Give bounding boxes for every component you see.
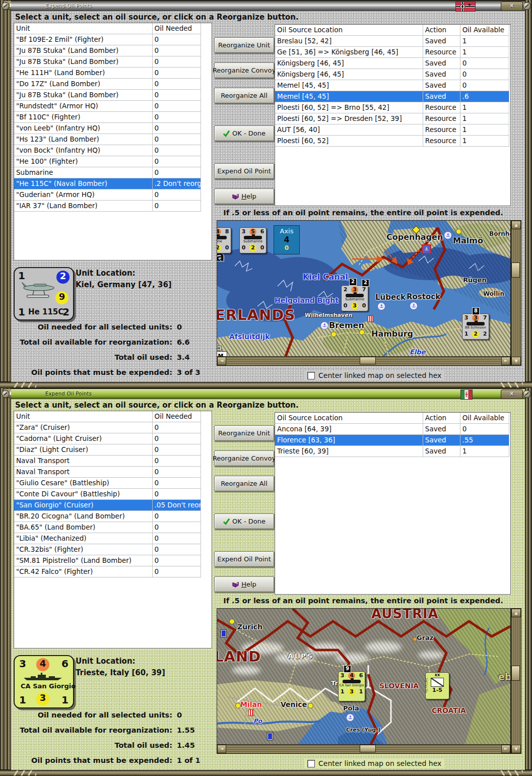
oil-available-cell[interactable]: 0	[460, 80, 509, 91]
unit-table-row[interactable]: "BA.65" (Land Bomber) 0	[14, 522, 201, 533]
titlebar[interactable]: Expend Oil Points ✕	[11, 389, 525, 399]
unit-table-row[interactable]: "Rundstedt" (Armor HQ) 0	[14, 101, 201, 112]
cruiser-counter-san-giorgio[interactable]: 9 346 CA San Giorgio 131	[338, 671, 365, 701]
checkbox[interactable]	[307, 372, 315, 379]
action-cell[interactable]: Saved	[423, 446, 460, 457]
unit-name-cell[interactable]: "He 100" (Fighter)	[14, 156, 153, 167]
oil-needed-cell[interactable]: 0	[153, 134, 202, 145]
oil-table-row[interactable]: Königsberg [46, 45] Saved 0	[275, 58, 509, 69]
ok-done-button[interactable]: OK - Done	[214, 513, 274, 529]
oil-needed-cell[interactable]: 0	[153, 56, 202, 67]
unit-name-cell[interactable]: "Cadorna" (Light Cruiser)	[14, 433, 153, 444]
oil-needed-cell[interactable]: 0	[153, 201, 202, 211]
unit-table-row[interactable]: "Conte Di Cavour" (Battleship) 0	[14, 489, 201, 500]
oil-needed-cell[interactable]: 0	[153, 467, 202, 477]
unit-table-row[interactable]: "Giulio Cesare" (Battleship) 0	[14, 478, 201, 489]
oil-needed-cell[interactable]: 0	[153, 34, 202, 45]
oil-table-row[interactable]: Trieste [60, 39] Saved 1	[275, 446, 509, 457]
action-cell[interactable]: Resource	[423, 102, 460, 113]
unit-name-cell[interactable]: "von Bock" (Infantry HQ)	[14, 145, 153, 156]
oil-needed-cell[interactable]: 0	[153, 422, 202, 433]
unit-name-cell[interactable]: "BR.20 Cicogna" (Land Bomber)	[14, 511, 153, 522]
scroll-track[interactable]	[226, 745, 501, 753]
oil-table-row[interactable]: Florence [63, 36] Saved .55	[275, 435, 509, 446]
oil-table-row[interactable]: AUT [56, 40] Resource 1	[275, 124, 509, 136]
scroll-thumb[interactable]	[360, 745, 376, 752]
unit-table-row[interactable]: "Hs 123" (Land Bomber) 0	[14, 134, 201, 145]
unit-table-row[interactable]: Naval Transport 0	[14, 456, 201, 467]
reorganize-all-button[interactable]: Reorganize All	[214, 88, 274, 103]
scroll-up-arrow[interactable]: ▲	[511, 221, 521, 229]
unit-name-cell[interactable]: "Diaz" (Light Cruiser)	[14, 444, 153, 455]
oil-needed-cell[interactable]: 0	[153, 555, 202, 566]
scroll-down-arrow[interactable]: ▼	[511, 745, 521, 753]
scroll-thumb[interactable]	[360, 357, 376, 364]
reorganize-all-button[interactable]: Reorganize All	[214, 476, 274, 491]
unit-table[interactable]: Unit Oil Needed "Bf 109E-2 Emil" (Fighte…	[14, 23, 212, 261]
oil-available-cell[interactable]: 1	[460, 136, 509, 146]
expend-oil-point-button[interactable]: Expend Oil Point	[214, 551, 274, 567]
unit-name-cell[interactable]: "Hs 123" (Land Bomber)	[14, 134, 153, 145]
action-cell[interactable]: Saved	[423, 69, 460, 80]
unit-name-cell[interactable]: "Zara" (Cruiser)	[14, 422, 153, 433]
action-cell[interactable]: Saved	[423, 58, 460, 69]
action-cell[interactable]: Saved	[423, 91, 460, 102]
scroll-left-arrow[interactable]: ◄	[217, 357, 226, 365]
titlebar[interactable]: Expend Oil Points ✕	[11, 1, 525, 11]
oil-table-row[interactable]: Memel [45, 45] Saved .6	[275, 91, 509, 102]
oil-needed-cell[interactable]: 0	[153, 533, 202, 544]
unit-name-cell[interactable]: "Conte Di Cavour" (Battleship)	[14, 489, 153, 499]
unit-name-cell[interactable]: "BA.65" (Land Bomber)	[14, 522, 153, 533]
oil-table-row[interactable]: Ploesti [60, 52] Resource 1	[275, 136, 509, 147]
action-cell[interactable]: Resource	[423, 136, 460, 146]
oil-source-cell[interactable]: Ploesti [60, 52] => Brno [55, 42]	[275, 102, 423, 113]
unit-table-row[interactable]: "Bf 109E-2 Emil" (Fighter) 0	[14, 34, 201, 45]
oil-source-table[interactable]: Oil Source Location Action Oil Available…	[275, 24, 511, 206]
oil-needed-cell[interactable]: 0	[153, 511, 202, 522]
submarine-counter[interactable]: 2 237 Submarine 030	[341, 285, 368, 311]
unit-name-cell[interactable]: "Ju 87B Stuka" (Land Bomber)	[14, 56, 153, 67]
oil-available-cell[interactable]: 1	[460, 47, 509, 57]
unit-name-cell[interactable]: "Ju 87B Stuka" (Land Bomber)	[14, 45, 153, 56]
unit-name-cell[interactable]: "He 115C" (Naval Bomber)	[14, 178, 153, 189]
action-cell[interactable]: Saved	[423, 80, 460, 91]
map-vertical-scrollbar[interactable]: ▲ ▼	[511, 608, 521, 754]
map-view[interactable]: AUSTRIA Zurich LAND ALPS Graz SLOVENIA C…	[217, 608, 511, 745]
oil-needed-cell[interactable]: 0	[153, 566, 202, 577]
scroll-thumb[interactable]	[511, 666, 520, 681]
close-button[interactable]: ✕	[501, 390, 523, 399]
expend-oil-point-button[interactable]: Expend Oil Point	[214, 163, 274, 179]
unit-table-row[interactable]: "Cadorna" (Light Cruiser) 0	[14, 433, 201, 444]
unit-table-row[interactable]: "CR.42 Falco" (Fighter) 0	[14, 566, 201, 577]
unit-name-cell[interactable]: Naval Transport	[14, 467, 153, 477]
oil-table-row[interactable]: Breslau [52, 42] Saved 1	[275, 36, 509, 47]
unit-name-cell[interactable]: "IAR 37" (Land Bomber)	[14, 201, 153, 211]
unit-table-row[interactable]: "Do 17Z" (Land Bomber) 0	[14, 79, 201, 90]
oil-table-row[interactable]: Ploesti [60, 52] => Brno [55, 42] Resour…	[275, 102, 509, 113]
center-map-checkbox-row[interactable]: Center linked map on selected hex	[304, 371, 444, 380]
action-cell[interactable]: Saved	[423, 424, 460, 434]
unit-name-cell[interactable]: "Rundstedt" (Armor HQ)	[14, 101, 153, 111]
unit-table-row[interactable]: "He 115C" (Naval Bomber) .2 Don't reorg	[14, 178, 201, 189]
oil-available-cell[interactable]: 0	[460, 69, 509, 80]
oil-source-cell[interactable]: Trieste [60, 39]	[275, 446, 423, 457]
cavalry-division-counter[interactable]: 2nd Cav Div xx 1-5	[425, 672, 449, 699]
unit-name-cell[interactable]: "Bf 109E-2 Emil" (Fighter)	[14, 34, 153, 45]
map-horizontal-scrollbar[interactable]: ◄ ►	[217, 356, 511, 366]
oil-needed-cell[interactable]: 0	[153, 145, 202, 156]
oil-needed-cell[interactable]: 0	[153, 79, 202, 89]
oil-needed-cell[interactable]: 0	[153, 456, 202, 466]
unit-name-cell[interactable]: Submarine	[14, 167, 153, 178]
reorganize-unit-button[interactable]: Reorganize Unit	[214, 425, 274, 441]
unit-name-cell[interactable]: "Giulio Cesare" (Battleship)	[14, 478, 153, 488]
oil-needed-cell[interactable]: .05 Don't reorg	[153, 500, 202, 510]
unit-table-row[interactable]: "Ju 87B Stuka" (Land Bomber) 0	[14, 90, 201, 101]
unit-table-row[interactable]: Naval Transport 0	[14, 467, 201, 478]
oil-source-cell[interactable]: Ancona [64, 39]	[275, 424, 423, 434]
unit-name-cell[interactable]: "Ju 87B Stuka" (Land Bomber)	[14, 90, 153, 100]
oil-needed-cell[interactable]: 0	[153, 167, 202, 178]
oil-needed-cell[interactable]: 0	[153, 68, 202, 78]
scroll-right-arrow[interactable]: ►	[501, 357, 510, 365]
unit-table-row[interactable]: "Guderian" (Armor HQ) 0	[14, 189, 201, 201]
scroll-track[interactable]	[226, 357, 501, 365]
